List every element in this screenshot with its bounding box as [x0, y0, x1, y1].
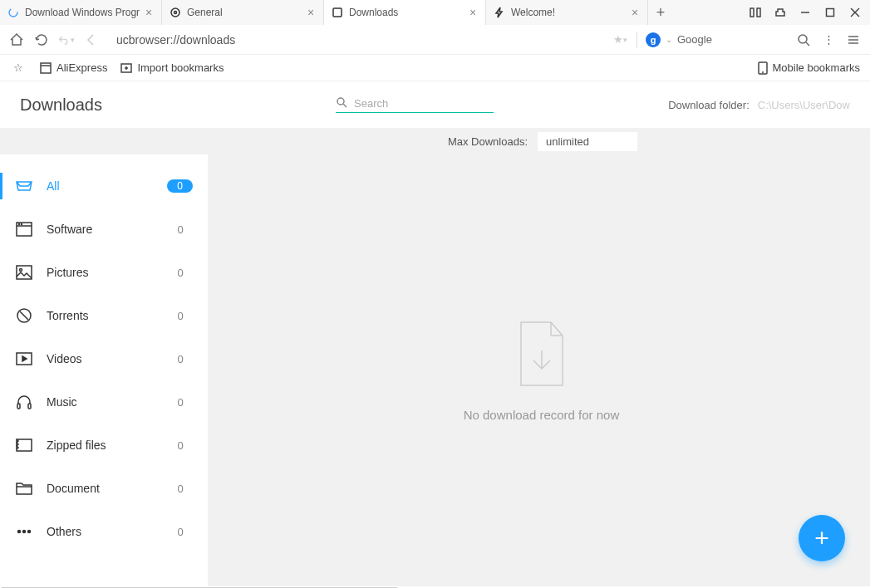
svg-point-25	[22, 224, 22, 225]
bookmarks-bar: ☆ AliExpress Import bookmarks Mobile boo…	[0, 55, 870, 81]
main-panel: No download record for now +	[213, 154, 870, 586]
svg-point-1	[171, 8, 179, 17]
tab-title: General	[187, 7, 305, 18]
close-icon[interactable]: ×	[629, 7, 641, 18]
headphone-icon	[15, 393, 33, 411]
cat-document[interactable]: Document0	[0, 467, 208, 510]
undo-icon[interactable]: ▾	[58, 32, 75, 48]
max-downloads-label: Max Downloads:	[448, 135, 528, 148]
cat-software[interactable]: Software0	[0, 208, 208, 251]
tab-1[interactable]: Download Windows Progr ×	[0, 0, 162, 25]
window-icon	[15, 220, 33, 238]
svg-point-20	[337, 98, 344, 105]
search-field[interactable]	[336, 96, 494, 113]
cat-all[interactable]: All0	[0, 164, 208, 208]
video-icon	[15, 350, 33, 368]
svg-rect-5	[757, 8, 760, 17]
svg-point-10	[799, 35, 807, 43]
torrent-icon	[15, 306, 33, 325]
svg-line-21	[343, 104, 347, 107]
bookmark-import[interactable]: Import bookmarks	[120, 61, 224, 74]
count-badge: 0	[167, 179, 193, 193]
kebab-menu-icon[interactable]: ⋮	[820, 32, 837, 48]
bookmark-aliexpress[interactable]: AliExpress	[40, 61, 107, 74]
add-download-button[interactable]: +	[799, 515, 845, 561]
close-icon[interactable]: ×	[305, 7, 317, 18]
folder-path[interactable]: C:\Users\User\Dow	[758, 99, 850, 111]
star-icon[interactable]: ★ ▾	[612, 32, 628, 48]
tab-title: Welcome!	[511, 7, 629, 18]
cat-videos[interactable]: Videos0	[0, 337, 208, 380]
svg-point-2	[174, 12, 177, 14]
cat-zipped[interactable]: Zipped files0	[0, 424, 208, 467]
page-title: Downloads	[20, 96, 319, 115]
max-downloads-select[interactable]: unlimited	[538, 132, 637, 151]
svg-rect-4	[750, 8, 754, 17]
tab-title: Download Windows Progr	[25, 7, 143, 18]
svg-point-24	[19, 224, 20, 225]
cat-music[interactable]: Music0	[0, 380, 208, 424]
svg-point-36	[28, 531, 31, 533]
svg-rect-26	[17, 266, 32, 279]
reload-icon[interactable]	[33, 32, 50, 48]
back-icon[interactable]	[83, 32, 100, 48]
search-input[interactable]	[354, 97, 479, 110]
panel-icon[interactable]	[744, 1, 767, 24]
bookmark-star-icon[interactable]: ☆	[10, 60, 27, 76]
svg-point-35	[23, 531, 26, 533]
bookmark-mobile[interactable]: Mobile bookmarks	[758, 61, 861, 75]
search-icon[interactable]	[795, 32, 812, 48]
tab-3[interactable]: Downloads ×	[324, 0, 486, 25]
tab-title: Downloads	[349, 7, 467, 18]
folder-label: Download folder:	[668, 99, 750, 111]
tab-2[interactable]: General ×	[162, 0, 324, 25]
search-engine-box[interactable]: g ⌄ Google	[646, 32, 787, 47]
picture-icon	[15, 263, 33, 282]
file-download-icon	[513, 319, 571, 393]
maximize-icon[interactable]	[818, 1, 842, 24]
folder-icon	[15, 479, 33, 497]
download-icon	[331, 6, 344, 19]
window-close-icon[interactable]	[843, 1, 867, 24]
nav-bar: ▾ ucbrowser://downloads ★ ▾ g ⌄ Google ⋮	[0, 25, 870, 55]
extension-icon[interactable]	[769, 1, 792, 24]
svg-point-27	[20, 269, 22, 272]
url-input[interactable]: ucbrowser://downloads	[108, 29, 603, 51]
svg-line-11	[806, 42, 809, 46]
cat-pictures[interactable]: Pictures0	[0, 251, 208, 294]
sub-toolbar: Max Downloads: unlimited	[0, 128, 870, 154]
bolt-icon	[493, 6, 506, 19]
minimize-icon[interactable]	[794, 1, 817, 24]
close-icon[interactable]: ×	[467, 7, 479, 18]
page-header: Downloads Download folder: C:\Users\User…	[0, 81, 870, 128]
svg-point-34	[18, 531, 21, 533]
svg-point-0	[9, 8, 17, 17]
cat-others[interactable]: Others0	[0, 510, 208, 553]
search-icon	[336, 96, 347, 110]
divider	[637, 32, 637, 48]
more-icon	[15, 522, 33, 541]
close-icon[interactable]: ×	[143, 7, 155, 18]
google-badge-icon: g	[646, 32, 661, 47]
loading-icon	[7, 6, 20, 19]
title-bar: Download Windows Progr × General × Downl…	[0, 0, 870, 25]
gear-icon	[169, 6, 182, 19]
inbox-icon	[15, 177, 33, 195]
new-tab-button[interactable]: +	[648, 0, 673, 25]
empty-message: No download record for now	[464, 408, 620, 422]
tab-strip: Download Windows Progr × General × Downl…	[0, 0, 740, 25]
hamburger-menu-icon[interactable]	[845, 32, 862, 48]
home-icon[interactable]	[8, 32, 25, 48]
chevron-down-icon: ⌄	[666, 35, 672, 44]
search-engine-label: Google	[677, 33, 712, 46]
window-controls	[740, 0, 870, 25]
svg-rect-7	[827, 9, 834, 17]
content-area: All0 Software0 Pictures0 Torrents0 Video…	[0, 154, 870, 586]
category-sidebar: All0 Software0 Pictures0 Torrents0 Video…	[0, 154, 208, 586]
svg-rect-15	[41, 63, 51, 73]
tab-4[interactable]: Welcome! ×	[486, 0, 648, 25]
zip-icon	[15, 436, 33, 454]
download-folder: Download folder: C:\Users\User\Dow	[668, 99, 850, 111]
cat-torrents[interactable]: Torrents0	[0, 294, 208, 337]
